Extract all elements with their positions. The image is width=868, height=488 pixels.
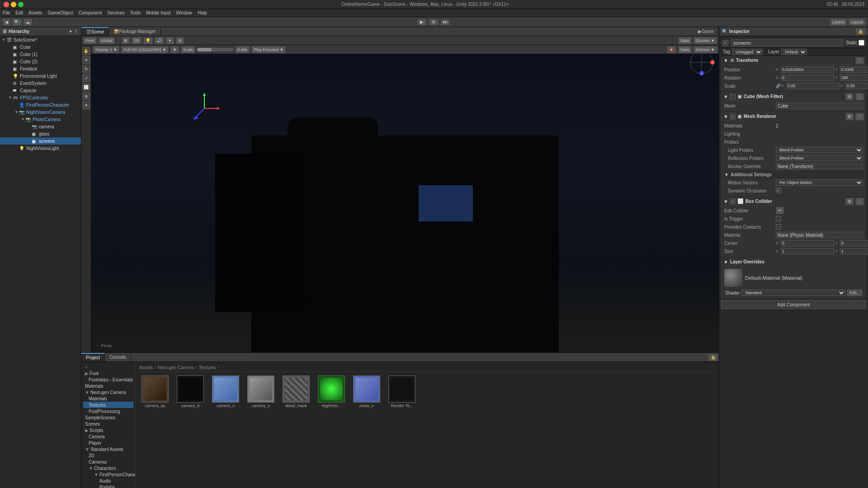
menu-file[interactable]: File bbox=[3, 10, 10, 15]
collider-material-input[interactable] bbox=[776, 232, 863, 238]
inspector-lock-btn[interactable]: 🔒 bbox=[856, 28, 865, 35]
menu-services[interactable]: Services bbox=[107, 10, 124, 15]
resolution-dropdown[interactable]: Full HD (868x488) ▼ bbox=[121, 46, 168, 53]
pos-y-input[interactable] bbox=[840, 66, 868, 73]
scale-y-input[interactable] bbox=[845, 83, 868, 89]
proj-item-samplescenes[interactable]: SampleScenes bbox=[83, 414, 133, 421]
mesh-renderer-menu[interactable]: ⋮ bbox=[855, 113, 864, 120]
window-controls[interactable] bbox=[4, 2, 24, 7]
tree-item-fpscontroller[interactable]: ▼ 🎮 FPSController bbox=[0, 94, 81, 101]
proj-item-audio[interactable]: Audio bbox=[83, 478, 133, 484]
box-collider-settings[interactable]: ⚙ bbox=[845, 198, 854, 205]
cx-input[interactable] bbox=[781, 240, 834, 246]
mute-button[interactable]: 🔇 bbox=[667, 46, 676, 53]
edit-collider-btn[interactable]: ✏ bbox=[776, 207, 784, 214]
scene-settings[interactable]: ⚙ bbox=[176, 37, 184, 44]
proj-item-footsteps[interactable]: Footsteps - Essentials bbox=[83, 376, 133, 383]
proj-item-cam-materials[interactable]: Materials bbox=[83, 395, 133, 402]
shader-dropdown[interactable]: Standard bbox=[741, 290, 845, 296]
lock-btn[interactable]: 🔒 bbox=[708, 354, 718, 361]
tree-item-photocam[interactable]: ▼ 📸 PhotoCamera bbox=[0, 116, 81, 123]
mesh-filter-active[interactable] bbox=[730, 94, 736, 99]
menu-help[interactable]: Help bbox=[198, 10, 207, 15]
proj-item-postprocessing[interactable]: PostProcessing bbox=[83, 408, 133, 414]
tree-item-soloScene[interactable]: ▼ 🎬 SoloScene* bbox=[0, 36, 81, 43]
proj-add-btn[interactable]: + bbox=[83, 364, 133, 370]
object-active-toggle[interactable]: ✓ bbox=[723, 40, 728, 46]
scale-x-input[interactable] bbox=[786, 83, 840, 89]
custom-tool[interactable]: ✦ bbox=[82, 101, 90, 109]
proj-item-standard[interactable]: ▼Standard Assets bbox=[83, 446, 133, 452]
box-collider-menu[interactable]: ⋮ bbox=[855, 198, 864, 205]
asset-camera-s[interactable]: camera_s bbox=[245, 375, 277, 408]
scale-slider[interactable] bbox=[197, 48, 233, 52]
additional-settings-header[interactable]: ▼ Additional Settings bbox=[723, 170, 864, 178]
mesh-renderer-active[interactable]: ✓ bbox=[730, 114, 736, 119]
tree-item-feedack[interactable]: ▣ Feedack bbox=[0, 65, 81, 72]
tree-item-screenn[interactable]: ▣ screenn bbox=[0, 137, 81, 145]
tree-item-proclight[interactable]: 💡 Proccesional Light bbox=[0, 72, 81, 80]
asset-detail-mask[interactable]: detail_mask bbox=[280, 375, 312, 408]
asset-camera-d[interactable]: camera_d bbox=[175, 375, 206, 408]
box-collider-active[interactable]: ✓ bbox=[730, 199, 736, 204]
proj-item-2d[interactable]: 2D bbox=[83, 452, 133, 459]
rotate-tool[interactable]: ↻ bbox=[82, 65, 90, 73]
rot-y-input[interactable] bbox=[840, 75, 868, 81]
tree-item-cube1[interactable]: ▣ Cube (1) bbox=[0, 51, 81, 58]
menu-assets[interactable]: Assets bbox=[28, 10, 42, 15]
layer-dropdown[interactable]: Default bbox=[781, 49, 807, 55]
asset-render-texture[interactable]: Render Te... bbox=[386, 375, 418, 408]
layers-dropdown[interactable]: Layers bbox=[830, 19, 847, 26]
proj-item-textures[interactable]: Textures bbox=[83, 402, 133, 408]
scale-tool[interactable]: ⤢ bbox=[82, 74, 90, 82]
proj-item-scenes[interactable]: Scenes bbox=[83, 421, 133, 427]
mesh-renderer-settings[interactable]: ⚙ bbox=[845, 113, 854, 120]
tab-game[interactable]: ▶ Game bbox=[693, 27, 719, 36]
tree-item-cube[interactable]: ▣ Cube bbox=[0, 43, 81, 51]
fx-toggle[interactable]: ✦ bbox=[166, 37, 174, 44]
tree-item-nightvisionlight[interactable]: 💡 NightVisionLight bbox=[0, 145, 81, 152]
asset-nightvision[interactable]: NightVisi... bbox=[316, 375, 347, 408]
mesh-renderer-header[interactable]: ▼ ✓ ▣ Mesh Renderer ⚙ ⋮ bbox=[722, 113, 866, 121]
tag-dropdown[interactable]: Untagged bbox=[732, 49, 763, 55]
step-button[interactable]: ⏭ bbox=[441, 19, 450, 25]
asset-camera-n[interactable]: camera_n bbox=[210, 375, 241, 408]
asset-camera-ao[interactable]: camera_ao bbox=[139, 375, 171, 408]
mesh-input[interactable] bbox=[776, 103, 863, 109]
proj-item-firstperson-char[interactable]: ▼FirstPersonCharacter bbox=[83, 471, 133, 478]
layer-overrides-header[interactable]: ▼ Layer Overrides bbox=[722, 258, 866, 266]
light-toggle[interactable]: 💡 bbox=[143, 37, 153, 44]
maximize-button[interactable] bbox=[18, 2, 24, 7]
dynamic-occlusion-checkbox[interactable]: ✓ bbox=[776, 188, 781, 193]
tab-scene[interactable]: 🎬 Scene bbox=[81, 27, 109, 36]
reflection-probes-dropdown[interactable]: Blend Probes bbox=[776, 155, 863, 161]
transform-menu-btn[interactable]: ⋮ bbox=[855, 57, 864, 64]
rect-tool[interactable]: ⬜ bbox=[82, 83, 90, 91]
menu-window[interactable]: Window bbox=[176, 10, 192, 15]
pivot-toggle[interactable]: Pivot bbox=[83, 37, 97, 44]
tree-item-nightvisioncam[interactable]: ▼ 📷 NightVisionCamera bbox=[0, 108, 81, 116]
sy-input[interactable] bbox=[840, 248, 868, 254]
global-toggle[interactable]: Global bbox=[99, 37, 115, 44]
proj-item-nextgencam[interactable]: ▼Next-gen Camera bbox=[83, 389, 133, 395]
breadcrumb-nextgen[interactable]: Next-gen Camera bbox=[158, 365, 193, 370]
move-tool[interactable]: ✛ bbox=[82, 56, 90, 64]
menu-edit[interactable]: Edit bbox=[15, 10, 23, 15]
close-button[interactable] bbox=[4, 2, 9, 7]
proj-item-player-scripts[interactable]: Player bbox=[83, 440, 133, 446]
anchor-override-input[interactable] bbox=[776, 163, 863, 169]
stats-btn[interactable]: Stats bbox=[678, 37, 692, 44]
minimize-button[interactable] bbox=[11, 2, 16, 7]
toolbar-back-button[interactable]: ◀ bbox=[3, 19, 10, 26]
breadcrumb-assets[interactable]: Assets bbox=[139, 365, 153, 370]
scene-viewport[interactable]: ← Persp Y X bbox=[91, 45, 719, 352]
shader-edit-btn[interactable]: Edit... bbox=[847, 290, 862, 296]
tab-console[interactable]: Console bbox=[105, 353, 131, 361]
motion-vectors-dropdown[interactable]: Per Object Motion bbox=[776, 179, 863, 186]
mesh-filter-settings[interactable]: ⚙ bbox=[845, 93, 854, 100]
hierarchy-menu-button[interactable]: ⋮ bbox=[74, 29, 78, 34]
static-checkbox[interactable] bbox=[859, 40, 864, 46]
cy-input[interactable] bbox=[840, 240, 868, 246]
audio-toggle[interactable]: 🔊 bbox=[155, 37, 164, 44]
sx-input[interactable] bbox=[781, 248, 834, 254]
